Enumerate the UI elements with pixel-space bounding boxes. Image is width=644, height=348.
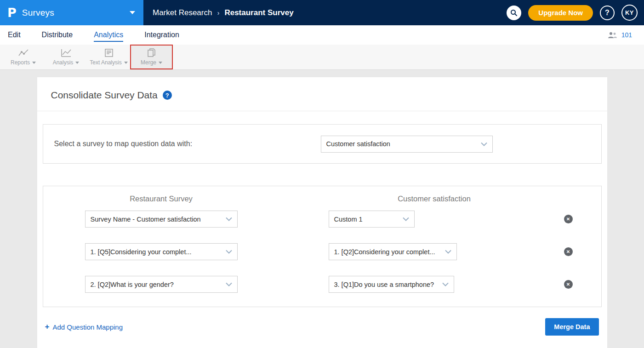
- analytics-toolbar: Reports Analysis Text Analysis: [0, 45, 644, 70]
- topbar-actions: Upgrade Now ? KY: [507, 5, 644, 21]
- trend-chart-icon: [61, 48, 72, 57]
- upgrade-button[interactable]: Upgrade Now: [528, 5, 593, 21]
- mapping-headers: Restaurant Survey Customer satisfaction: [43, 194, 601, 203]
- app-switcher[interactable]: P Surveys: [0, 0, 143, 25]
- mapping-row: 1. [Q5]Considering your complet... 1. [Q…: [43, 243, 601, 260]
- tab-distribute[interactable]: Distribute: [42, 28, 73, 42]
- app-name: Surveys: [22, 8, 54, 18]
- merge-data-button[interactable]: Merge Data: [545, 318, 598, 336]
- left-question-dropdown[interactable]: 1. [Q5]Considering your complet...: [85, 243, 238, 260]
- right-question-dropdown[interactable]: Custom 1: [329, 211, 415, 228]
- responses-count: 101: [621, 31, 632, 39]
- remove-mapping-icon[interactable]: ✕: [564, 215, 573, 223]
- chevron-down-icon: [124, 62, 128, 64]
- survey-select-label: Select a survey to map question data wit…: [54, 140, 193, 148]
- right-question-value: Custom 1: [334, 216, 363, 223]
- document-icon: [104, 48, 114, 57]
- tab-integration[interactable]: Integration: [144, 28, 179, 42]
- chevron-down-icon: [32, 62, 36, 64]
- toolbar-item-label: Text Analysis: [90, 59, 121, 66]
- survey-select-dropdown[interactable]: Customer satisfaction: [321, 136, 493, 153]
- responses-indicator[interactable]: 101: [607, 31, 644, 39]
- chevron-down-icon: [403, 217, 409, 221]
- toolbar-item-label: Merge: [141, 59, 156, 66]
- left-question-dropdown[interactable]: 2. [Q2]What is your gender?: [85, 276, 238, 293]
- right-question-value: 3. [Q1]Do you use a smartphone?: [334, 281, 434, 288]
- toolbar-item-label: Reports: [11, 59, 30, 66]
- right-question-dropdown[interactable]: 1. [Q2]Considering your complet...: [329, 243, 457, 260]
- left-question-value: 2. [Q2]What is your gender?: [91, 281, 174, 288]
- survey-select-value: Customer satisfaction: [326, 140, 390, 148]
- avatar[interactable]: KY: [621, 5, 638, 21]
- chevron-down-icon: [130, 11, 135, 14]
- left-survey-header: Restaurant Survey: [85, 194, 238, 203]
- title-help-icon[interactable]: ?: [163, 91, 172, 100]
- right-question-value: 1. [Q2]Considering your complet...: [334, 248, 435, 256]
- add-question-mapping-link[interactable]: + Add Question Mapping: [45, 322, 123, 331]
- chevron-down-icon: [442, 282, 449, 286]
- breadcrumb-folder[interactable]: Market Research: [153, 8, 212, 17]
- toolbar-item-merge[interactable]: Merge: [130, 45, 173, 69]
- search-icon[interactable]: [507, 6, 521, 20]
- left-question-value: Survey Name - Customer satisfaction: [91, 216, 201, 223]
- questionpro-logo: P: [7, 6, 17, 20]
- add-question-mapping-label: Add Question Mapping: [52, 323, 123, 331]
- tab-analytics[interactable]: Analytics: [94, 28, 123, 42]
- tab-edit[interactable]: Edit: [8, 28, 21, 42]
- chevron-down-icon: [481, 142, 487, 146]
- survey-select-section: Select a survey to map question data wit…: [43, 124, 602, 164]
- chevron-down-icon: [445, 250, 451, 254]
- chevron-down-icon: [226, 217, 232, 221]
- main-content: Consolidate Survey Data ? Select a surve…: [0, 70, 644, 348]
- chevron-down-icon: [75, 62, 79, 64]
- chevron-down-icon: [159, 62, 162, 64]
- page-title: Consolidate Survey Data: [51, 90, 158, 101]
- top-bar: P Surveys Market Research › Restaurant S…: [0, 0, 644, 25]
- mapping-row: Survey Name - Customer satisfaction Cust…: [43, 211, 601, 228]
- help-icon[interactable]: ?: [600, 6, 615, 20]
- toolbar-item-analysis[interactable]: Analysis: [45, 45, 87, 69]
- breadcrumb-survey: Restaurant Survey: [224, 8, 293, 17]
- plus-icon: +: [45, 322, 50, 331]
- card-footer: + Add Question Mapping Merge Data: [37, 307, 607, 348]
- remove-mapping-icon[interactable]: ✕: [564, 280, 573, 289]
- toolbar-item-label: Analysis: [53, 59, 74, 66]
- people-icon: [607, 32, 617, 39]
- chevron-down-icon: [226, 282, 232, 286]
- left-question-value: 1. [Q5]Considering your complet...: [91, 248, 192, 256]
- breadcrumb: Market Research › Restaurant Survey: [153, 8, 294, 17]
- right-survey-header: Customer satisfaction: [329, 194, 540, 203]
- chevron-down-icon: [226, 250, 232, 254]
- breadcrumb-separator-icon: ›: [217, 9, 219, 17]
- question-mapping-section: Restaurant Survey Customer satisfaction …: [43, 186, 602, 307]
- right-question-dropdown[interactable]: 3. [Q1]Do you use a smartphone?: [329, 276, 454, 293]
- toolbar-item-text-analysis[interactable]: Text Analysis: [87, 45, 130, 69]
- merge-pages-icon: [147, 48, 157, 57]
- consolidate-card: Consolidate Survey Data ? Select a surve…: [37, 77, 607, 348]
- remove-mapping-icon[interactable]: ✕: [564, 247, 573, 256]
- mapping-row: 2. [Q2]What is your gender? 3. [Q1]Do yo…: [43, 276, 601, 293]
- survey-nav: Edit Distribute Analytics Integration 10…: [0, 25, 644, 45]
- card-title-row: Consolidate Survey Data ?: [37, 77, 607, 111]
- toolbar-item-reports[interactable]: Reports: [2, 45, 45, 69]
- line-chart-icon: [18, 48, 29, 57]
- left-question-dropdown[interactable]: Survey Name - Customer satisfaction: [85, 211, 238, 228]
